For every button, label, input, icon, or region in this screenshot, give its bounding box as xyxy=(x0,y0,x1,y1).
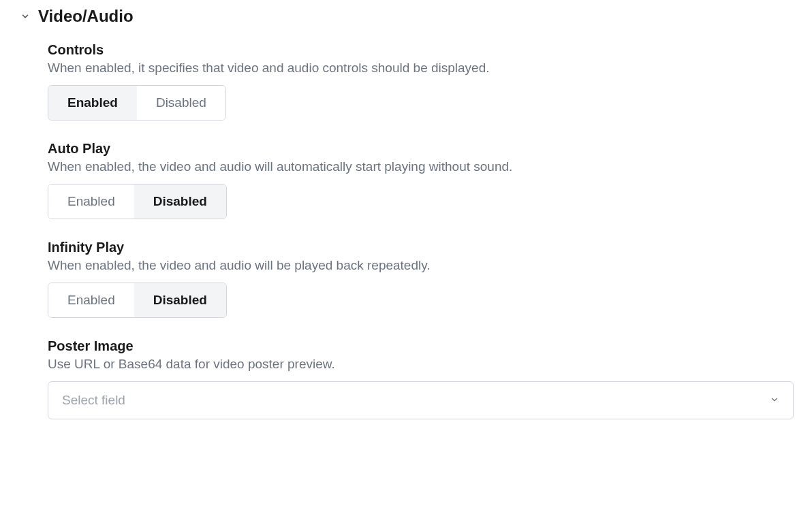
poster-select-field[interactable]: Select field xyxy=(48,381,794,419)
infinity-toggle-group: Enabled Disabled xyxy=(48,283,227,318)
infinity-disabled-button[interactable]: Disabled xyxy=(134,283,226,317)
setting-autoplay-description: When enabled, the video and audio will a… xyxy=(48,159,798,174)
setting-infinity-title: Infinity Play xyxy=(48,240,798,255)
setting-controls-description: When enabled, it specifies that video an… xyxy=(48,61,798,76)
controls-disabled-button[interactable]: Disabled xyxy=(137,86,225,120)
chevron-down-icon xyxy=(770,393,779,408)
autoplay-enabled-button[interactable]: Enabled xyxy=(48,185,134,219)
poster-select-placeholder: Select field xyxy=(62,393,125,408)
setting-infinity-description: When enabled, the video and audio will b… xyxy=(48,258,798,273)
setting-autoplay-title: Auto Play xyxy=(48,141,798,157)
infinity-enabled-button[interactable]: Enabled xyxy=(48,283,134,317)
setting-controls: Controls When enabled, it specifies that… xyxy=(48,42,798,121)
controls-enabled-button[interactable]: Enabled xyxy=(48,86,137,120)
setting-poster: Poster Image Use URL or Base64 data for … xyxy=(48,338,798,419)
autoplay-toggle-group: Enabled Disabled xyxy=(48,184,227,219)
autoplay-disabled-button[interactable]: Disabled xyxy=(134,185,226,219)
setting-poster-description: Use URL or Base64 data for video poster … xyxy=(48,357,798,372)
setting-autoplay: Auto Play When enabled, the video and au… xyxy=(48,141,798,219)
chevron-down-icon xyxy=(19,10,31,22)
setting-poster-title: Poster Image xyxy=(48,338,798,354)
section-header[interactable]: Video/Audio xyxy=(19,7,798,26)
setting-infinity: Infinity Play When enabled, the video an… xyxy=(48,240,798,318)
controls-toggle-group: Enabled Disabled xyxy=(48,85,226,121)
setting-controls-title: Controls xyxy=(48,42,798,58)
section-title: Video/Audio xyxy=(38,7,134,26)
